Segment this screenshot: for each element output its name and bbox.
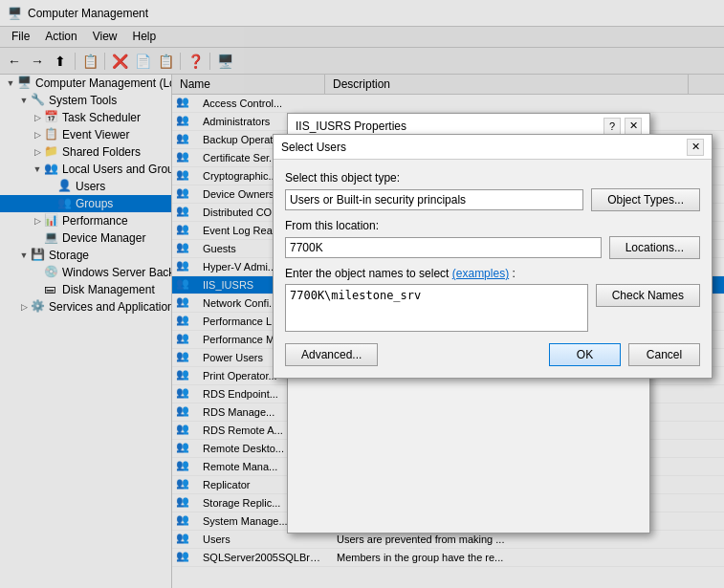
select-users-cancel-button[interactable]: Cancel (628, 343, 700, 366)
object-types-button[interactable]: Object Types... (591, 188, 700, 211)
names-textarea[interactable] (285, 284, 588, 332)
object-type-row: Object Types... (285, 188, 700, 211)
names-label: Enter the object names to select (285, 267, 449, 280)
properties-dialog-title: IIS_IUSRS Properties (296, 120, 603, 133)
check-names-button[interactable]: Check Names (596, 284, 700, 307)
select-users-dialog: Select Users ✕ Select this object type: … (273, 134, 713, 379)
advanced-button[interactable]: Advanced... (285, 343, 378, 366)
properties-dialog-help-btn[interactable]: ? (603, 118, 621, 135)
select-users-close-btn[interactable]: ✕ (687, 139, 704, 156)
properties-dialog-close-btn[interactable]: ✕ (625, 118, 642, 135)
location-label: From this location: (285, 219, 700, 232)
names-row: Check Names (285, 284, 700, 332)
select-users-title-bar: Select Users ✕ (274, 135, 712, 160)
location-row: Locations... (285, 236, 700, 259)
advanced-ok-cancel-row: Advanced... OK Cancel (285, 343, 700, 366)
select-users-ok-button[interactable]: OK (549, 343, 621, 366)
object-type-label: Select this object type: (285, 171, 700, 185)
select-users-content: Select this object type: Object Types...… (274, 160, 712, 378)
names-label-row: Enter the object names to select (exampl… (285, 267, 700, 280)
locations-button[interactable]: Locations... (609, 236, 700, 259)
object-type-input[interactable] (285, 189, 583, 210)
location-input[interactable] (285, 237, 602, 258)
examples-link[interactable]: (examples) (452, 267, 509, 280)
select-users-title: Select Users (281, 141, 687, 154)
colon: : (512, 267, 515, 280)
ok-cancel-row: OK Cancel (549, 343, 700, 366)
